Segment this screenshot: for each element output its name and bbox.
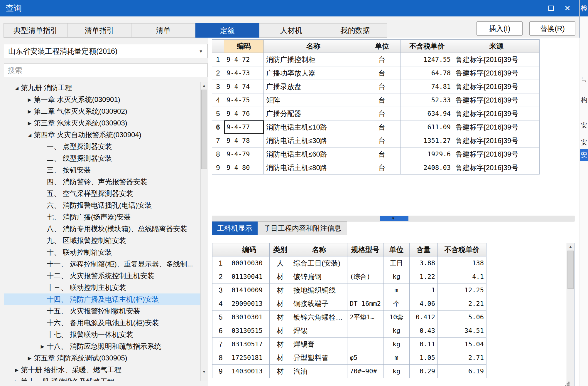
column-header[interactable]: 不含税单价 — [437, 243, 486, 256]
name-cell[interactable]: 广播分配器 — [264, 107, 363, 120]
code-cell[interactable]: 9-4-78 — [224, 134, 264, 147]
splitter-collapse-icon[interactable]: ▼ — [391, 216, 395, 221]
source-cell[interactable]: 鲁建标字[2016]39号 — [453, 147, 540, 161]
column-header[interactable]: 含量 — [409, 243, 437, 256]
tree-expand-icon[interactable]: ▶ — [38, 344, 47, 349]
name-cell[interactable]: 消防广播控制柜 — [264, 53, 363, 66]
quota-row[interactable]: 29-4-73广播功率放大器台64.78鲁建标字[2016]39号 — [212, 66, 540, 80]
row-number[interactable]: 4 — [212, 93, 224, 107]
tree-item[interactable]: ▶第一章 水灭火系统(030901) — [4, 94, 200, 105]
price-cell[interactable]: 2408.03 — [401, 161, 453, 174]
tree-expand-icon[interactable]: ▶ — [26, 120, 34, 126]
price-cell[interactable]: 34.51 — [437, 324, 486, 338]
column-header[interactable]: 单位 — [363, 40, 401, 53]
spec-cell[interactable]: φ5 — [347, 351, 383, 365]
code-cell[interactable]: 9-4-73 — [224, 66, 264, 80]
code-cell[interactable]: 9-4-80 — [224, 161, 264, 174]
column-header[interactable]: 不含税单价 — [401, 40, 453, 53]
unit-cell[interactable]: 台 — [363, 93, 401, 107]
tree-item[interactable]: 十四、 消防广播及电话主机(柜)安装 — [4, 293, 200, 305]
qty-cell[interactable]: 0.412 — [409, 311, 437, 324]
code-cell[interactable]: 00010030 — [229, 256, 270, 270]
detail-row[interactable]: 603130515材焊锡kg0.4334.51 — [212, 324, 486, 338]
source-cell[interactable]: 鲁建标字[2016]39号 — [453, 80, 540, 93]
row-number[interactable]: 8 — [212, 147, 224, 161]
tree-item[interactable]: 九、 区域报警控制箱安装 — [4, 235, 200, 246]
tree-item[interactable]: 四、 消防警铃、声光报警器安装 — [4, 176, 200, 188]
unit-cell[interactable]: kg — [383, 270, 409, 283]
category-cell[interactable]: 材 — [270, 338, 291, 351]
detail-row[interactable]: 817250181材异型塑料管φ5m1.052.71 — [212, 351, 486, 365]
qty-cell[interactable]: 4.06 — [409, 297, 437, 311]
price-cell[interactable]: 5.06 — [437, 311, 486, 324]
h-scrollbar[interactable]: ▼ — [212, 216, 575, 221]
tree-item[interactable]: ◢第四章 火灾自动报警系统(030904) — [4, 129, 200, 141]
quota-row[interactable]: 39-4-74广播录放盘台74.81鲁建标字[2016]39号 — [212, 80, 540, 93]
v-scrollbar[interactable]: ▲ — [567, 243, 574, 386]
name-cell[interactable]: 广播录放盘 — [264, 80, 363, 93]
code-cell[interactable]: 9-4-77 — [224, 120, 264, 134]
qty-cell[interactable]: 1.05 — [409, 351, 437, 365]
source-cell[interactable]: 鲁建标字[2016]39号 — [453, 161, 540, 174]
spec-cell[interactable]: 2平垫1… — [347, 311, 383, 324]
tab-labor-material-display[interactable]: 工料机显示 — [212, 221, 258, 235]
name-cell[interactable]: 焊锡 — [291, 324, 347, 338]
row-number[interactable]: 8 — [212, 351, 229, 365]
tree-item[interactable]: 十二、 火灾报警系统控制主机安装 — [4, 270, 200, 282]
detail-row[interactable]: 914030013材汽油70#~90#kg0.296.19 — [212, 365, 486, 378]
scroll-up-icon[interactable]: ▲ — [567, 243, 574, 250]
qty-cell[interactable]: 0.29 — [409, 365, 437, 378]
scrollbar-thumb[interactable] — [201, 90, 207, 169]
unit-cell[interactable]: m — [383, 351, 409, 365]
name-cell[interactable]: 综合工日(安装) — [291, 256, 347, 270]
spec-cell[interactable]: DT-16mm2 — [347, 297, 383, 311]
tree-item[interactable]: 一、 点型探测器安装 — [4, 141, 200, 152]
qty-cell[interactable]: 0.43 — [409, 324, 437, 338]
row-number[interactable]: 2 — [212, 66, 224, 80]
category-cell[interactable]: 材 — [270, 365, 291, 378]
tree-item[interactable]: 十五、 火灾报警控制微机安装 — [4, 305, 200, 317]
tree-expand-icon[interactable]: ▶ — [26, 109, 34, 114]
spec-cell[interactable] — [347, 283, 383, 297]
source-cell[interactable]: 鲁建标字[2016]39号 — [453, 66, 540, 80]
name-cell[interactable]: 铜接线端子 — [291, 297, 347, 311]
price-cell[interactable]: 1929.6 — [401, 147, 453, 161]
row-number[interactable]: 1 — [212, 53, 224, 66]
maximize-button[interactable] — [544, 2, 558, 14]
row-number[interactable]: 9 — [212, 161, 224, 174]
tree-item[interactable]: 十、 联动控制箱安装 — [4, 246, 200, 258]
category-cell[interactable]: 材 — [270, 283, 291, 297]
scroll-up-icon[interactable]: ▲ — [201, 82, 207, 89]
tree-item[interactable]: ▶第十册 给排水、采暖、燃气工程 — [4, 364, 200, 376]
tree-expand-icon[interactable]: ▶ — [13, 379, 21, 381]
tree-item[interactable]: 八、 消防专用模块(模块箱)、总线隔离器安装 — [4, 223, 200, 235]
price-cell[interactable]: 15.04 — [437, 338, 486, 351]
tree-collapse-icon[interactable]: ◢ — [13, 85, 21, 91]
detail-row[interactable]: 503010301材镀锌六角螺栓…2平垫1…10套0.4125.06 — [212, 311, 486, 324]
row-number[interactable]: 6 — [212, 120, 224, 134]
code-cell[interactable]: 01410009 — [229, 283, 270, 297]
scrollbar-thumb[interactable] — [567, 251, 574, 289]
column-header[interactable]: 编码 — [229, 243, 270, 256]
unit-cell[interactable]: kg — [383, 324, 409, 338]
tree-expand-icon[interactable]: ▶ — [26, 355, 34, 361]
tree-item[interactable]: 六、 消防报警电话插孔(电话)安装 — [4, 199, 200, 211]
code-cell[interactable]: 9-4-79 — [224, 147, 264, 161]
unit-cell[interactable]: kg — [383, 365, 409, 378]
row-number[interactable]: 5 — [212, 311, 229, 324]
source-cell[interactable]: 鲁建标字[2016]39号 — [453, 120, 540, 134]
main-tab[interactable]: 清单指引 — [67, 23, 131, 38]
category-cell[interactable]: 材 — [270, 324, 291, 338]
tree-item[interactable]: 十一、 远程控制箱(柜)、重复显示器、多线制... — [4, 258, 200, 270]
unit-cell[interactable]: 台 — [363, 161, 401, 174]
source-cell[interactable]: 鲁建标字[2016]39号 — [453, 53, 540, 66]
name-cell[interactable]: 焊锡膏 — [291, 338, 347, 351]
search-input[interactable] — [4, 63, 207, 77]
name-cell[interactable]: 消防电话主机≤30路 — [264, 134, 363, 147]
column-header-blank[interactable] — [212, 40, 224, 53]
code-cell[interactable]: 9-4-72 — [224, 53, 264, 66]
qty-cell[interactable]: 3.88 — [409, 256, 437, 270]
name-cell[interactable]: 汽油 — [291, 365, 347, 378]
price-cell[interactable]: 611.09 — [401, 120, 453, 134]
quota-row[interactable]: 79-4-78消防电话主机≤30路台1351.27鲁建标字[2016]39号 — [212, 134, 540, 147]
